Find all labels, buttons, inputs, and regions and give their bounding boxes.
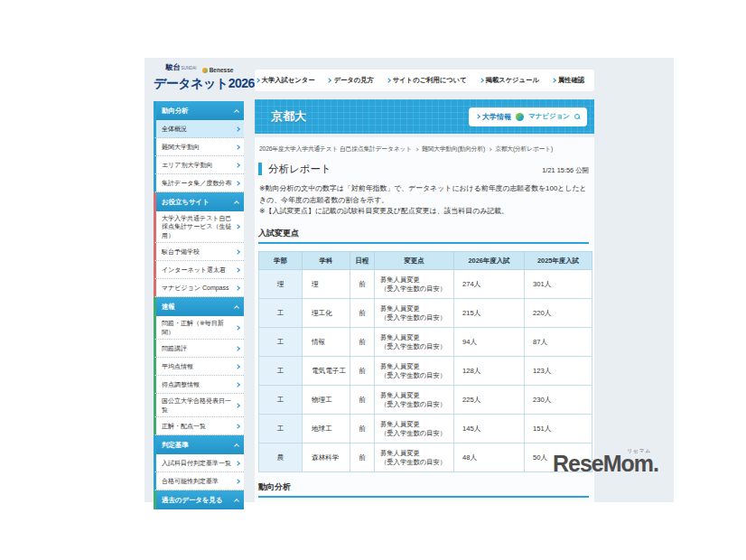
benesse-logo: Benesse (202, 67, 234, 73)
sidebar-item-probability-criteria[interactable]: 合格可能性判定基準 (154, 472, 244, 490)
sidebar-item-label: エリア別大学動向 (162, 158, 213, 172)
chevron-right-icon (255, 78, 260, 83)
nav-item-how-to-read[interactable]: データの見方 (321, 76, 379, 85)
resemom-ruby: リセマム (628, 448, 652, 454)
sidebar-item-area-trends[interactable]: エリア別大学動向 (154, 156, 244, 174)
site-title: データネット2026 (154, 76, 246, 92)
sidebar-item-sundai-school[interactable]: 駿台予備学校 (154, 243, 244, 261)
cell-faculty: 工 (259, 328, 303, 357)
cell-2026: 48人 (454, 443, 525, 472)
cell-schedule: 前 (350, 386, 375, 415)
partner-logos: 駿台SUNDAI Benesse (154, 62, 246, 73)
chevron-right-icon (235, 479, 240, 484)
sidebar-item-label: 合格可能性判定基準 (162, 474, 219, 488)
sidebar-item-manavision-compass[interactable]: マナビジョン Compass (154, 279, 244, 297)
section-title: お役立ちサイト (162, 198, 210, 207)
chevron-right-icon (479, 78, 484, 83)
sidebar-item-label: 問題・正解（※毎日新聞） (162, 316, 234, 339)
sidebar-item-label: インターネット選太君 (162, 263, 226, 276)
cell-schedule: 前 (350, 299, 375, 328)
sidebar-section-past-data[interactable]: 過去のデータを見る (154, 490, 244, 509)
university-info-label: 大学情報 (482, 112, 511, 122)
nav-item-attribute-check[interactable]: 属性確認 (546, 76, 591, 85)
sidebar-item-label: 難関大学動向 (162, 140, 200, 154)
chevron-up-icon (234, 109, 239, 115)
sidebar-item-subject-criteria[interactable]: 入試科目付判定基準一覧 (154, 454, 244, 472)
cell-faculty: 工 (259, 299, 303, 328)
nav-label: 掲載スケジュール (486, 76, 539, 85)
breadcrumb-home[interactable]: 2026年度大学入学共通テスト 自己採点集計データネット (259, 145, 412, 154)
nav-item-site-usage[interactable]: サイトのご利用について (380, 76, 473, 85)
cell-2025: 220人 (525, 299, 592, 328)
cell-department: 地球工 (303, 415, 350, 443)
table-row: 工 電気電子工 前 募集人員変更 （受入学生数の目安） 128人 123人 (259, 357, 592, 386)
sidebar-item-average-scores[interactable]: 平均点情報 (154, 358, 244, 376)
cell-2025: 151人 (525, 415, 592, 443)
breadcrumb-section[interactable]: 難関大学動向(動向分析) (422, 145, 485, 154)
col-header-change: 変更点 (375, 252, 454, 270)
sidebar-item-label: 集計データ集／度数分布 (162, 176, 231, 190)
sidebar-item-score-adjustment[interactable]: 得点調整情報 (154, 376, 244, 394)
university-info-button[interactable]: 大学情報 マナビジョン (469, 107, 587, 126)
nav-label: サイトのご利用について (393, 76, 467, 85)
chevron-right-icon (235, 364, 240, 369)
sidebar-item-sentakun[interactable]: インターネット選太君 (154, 261, 244, 279)
nav-item-schedule[interactable]: 掲載スケジュール (473, 76, 546, 85)
nav-label: 属性確認 (558, 76, 584, 85)
cell-2026: 145人 (454, 415, 525, 443)
cell-faculty: 農 (259, 443, 303, 472)
sidebar-item-label: 入試科目付判定基準一覧 (162, 456, 231, 470)
sidebar-section-breaking-news[interactable]: 速報 (154, 297, 244, 316)
published-timestamp: 1/21 15:56 公開 (542, 166, 589, 175)
cell-2025: 87人 (525, 328, 592, 357)
cell-schedule: 前 (350, 328, 375, 357)
report-notes: ※動向分析の文中の数字は「対前年指数」で、データネットにおける前年度の志願者数を… (259, 183, 589, 217)
chevron-right-icon (235, 267, 240, 273)
sidebar-item-question-reviews[interactable]: 問題講評 (154, 340, 244, 358)
sidebar-item-acceptance-dates[interactable]: 国公立大学合格発表日一覧 (154, 394, 244, 417)
sidebar-item-overall[interactable]: 全体概況 (154, 120, 244, 138)
sidebar-item-self-scoring-service[interactable]: 大学入学共通テスト自己採点集計サービス（生徒用） (154, 211, 244, 243)
search-icon (574, 114, 580, 119)
chevron-up-icon (234, 499, 239, 504)
sidebar-item-label: 正解・配点一覧 (162, 419, 206, 433)
cell-change: 募集人員変更 （受入学生数の目安） (375, 328, 454, 357)
sidebar-item-label: 大学入学共通テスト自己採点集計サービス（生徒用） (162, 211, 234, 242)
title-row: 分析レポート 1/21 15:56 公開 (258, 163, 589, 175)
breadcrumb: 2026年度大学入学共通テスト 自己採点集計データネット 難関大学動向(動向分析… (259, 145, 591, 154)
col-header-2026: 2026年度入試 (454, 252, 525, 270)
change-line1: 募集人員変更 (380, 391, 453, 400)
sidebar-item-answers-points[interactable]: 正解・配点一覧 (154, 417, 244, 435)
benesse-mark-icon (202, 68, 208, 73)
chevron-right-icon (235, 424, 240, 429)
manavision-sphere-icon (516, 113, 524, 121)
breadcrumb-current: 京都大(分析レポート) (495, 145, 553, 154)
table-row: 理 理 前 募集人員変更 （受入学生数の目安） 274人 301人 (259, 270, 592, 299)
note-line: ※動向分析の文中の数字は「対前年指数」で、データネットにおける前年度の志願者数を… (259, 183, 589, 206)
cell-2025: 230人 (525, 386, 592, 415)
sidebar-section-useful-sites[interactable]: お役立ちサイト (154, 192, 244, 211)
cell-change: 募集人員変更 （受入学生数の目安） (375, 386, 454, 415)
cell-faculty: 工 (259, 415, 303, 443)
col-header-schedule: 日程 (350, 252, 375, 270)
sidebar-item-label: マナビジョン Compass (162, 281, 229, 294)
change-line2: （受入学生数の目安） (380, 285, 453, 294)
sidebar-section-trend-analysis[interactable]: 動向分析 (154, 101, 244, 120)
site-logo[interactable]: 駿台SUNDAI Benesse データネット2026 (154, 62, 246, 92)
university-banner: 京都大 大学情報 マナビジョン (255, 99, 594, 134)
change-line2: （受入学生数の目安） (380, 342, 453, 351)
sidebar-section-judgment-criteria[interactable]: 判定基準 (154, 435, 244, 454)
change-line1: 募集人員変更 (380, 449, 453, 458)
change-line2: （受入学生数の目安） (380, 429, 453, 438)
cell-schedule: 前 (350, 270, 375, 299)
change-line1: 募集人員変更 (380, 275, 453, 285)
nav-label: データの見方 (333, 76, 373, 85)
sidebar-item-top-universities[interactable]: 難関大学動向 (154, 138, 244, 156)
sidebar-item-questions-answers[interactable]: 問題・正解（※毎日新聞） (154, 316, 244, 340)
cell-2025: 123人 (525, 357, 592, 386)
site-container: 駿台SUNDAI Benesse データネット2026 大学入試センター データ… (145, 58, 674, 502)
table-header-row: 学部 学科 日程 変更点 2026年度入試 2025年度入試 (259, 252, 592, 270)
nav-item-exam-center[interactable]: 大学入試センター (249, 76, 322, 85)
cell-change: 募集人員変更 （受入学生数の目安） (375, 415, 454, 443)
sidebar-item-data-tables[interactable]: 集計データ集／度数分布 (154, 174, 244, 192)
